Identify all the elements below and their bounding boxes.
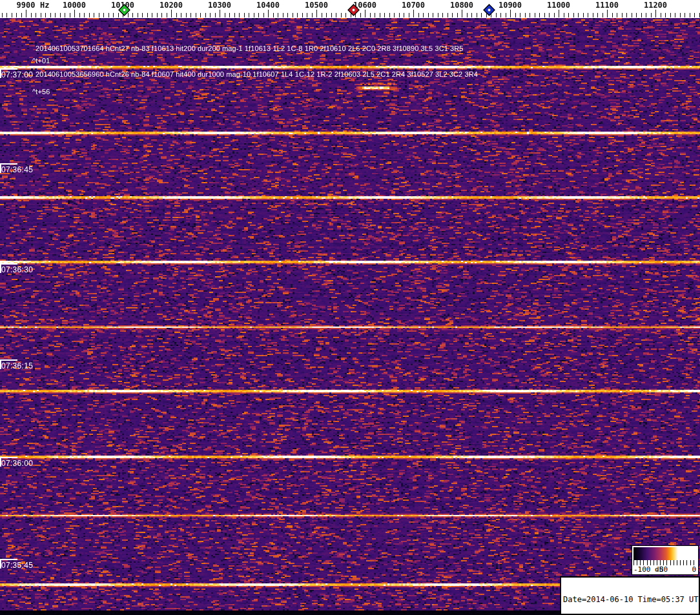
time-axis-tick [1,457,17,458]
detection-annotation-text: 20140610053656960 hCnt26 nb-84 f10607 hi… [36,70,478,78]
frequency-marker-diamond-green-icon[interactable] [118,4,130,16]
time-label: 07:36:30 [1,265,33,274]
time-label: 07:36:15 [1,361,33,370]
frequency-tick-label: 10500 [305,1,328,10]
colorbar-label-max: 0 [692,565,696,574]
detection-annotation-text: ^t+56 [32,88,50,96]
frequency-unit-label: Hz [40,1,49,10]
frequency-tick-label: 9900 [17,1,36,10]
detection-annotation-text: 20140610053701664 hCnt27 nb-83 f10613 hi… [36,45,464,52]
waterfall-spectrogram-canvas[interactable] [0,0,700,615]
time-label: 07:36:00 [1,459,33,468]
frequency-tick-label: 10300 [208,1,231,10]
spectrogram-app-window: 9900100001010010200103001040010500106001… [0,0,700,615]
detection-annotation-text: ^t+01 [32,57,50,65]
frequency-tick-label: 10800 [450,1,473,10]
colorbar-ticks [633,560,697,565]
colorbar-gradient [633,547,697,560]
observation-info-box: Date=2014-06-10 Time=05:37 UTC Freq=143 … [560,576,700,615]
frequency-tick-label: 10900 [499,1,522,10]
frequency-marker-diamond-red-icon[interactable] [347,4,360,16]
time-axis-tick [1,359,17,361]
frequency-tick-label: 10200 [160,1,183,10]
time-label: 07:36:45 [1,165,33,174]
frequency-tick-label: 11000 [547,1,570,10]
time-axis-tick [1,559,17,560]
frequency-marker-diamond-blue-icon[interactable] [483,4,495,16]
frequency-tick-label: 11100 [595,1,619,10]
colorbar-label-mid: -50 [655,565,668,574]
time-label: 07:35:45 [1,561,33,570]
time-label: 07:37:00 [1,70,33,79]
frequency-tick-label: 11200 [644,1,667,10]
db-colorbar-legend: -100 dB -50 0 [632,545,699,575]
frequency-tick-label: 10400 [256,1,280,10]
time-axis-tick [1,263,17,265]
time-axis-tick [1,68,17,70]
time-axis-tick [1,163,17,165]
frequency-tick-label: 10700 [402,1,425,10]
info-date-time: Date=2014-06-10 Time=05:37 UTC [563,596,697,605]
frequency-tick-label: 10000 [63,1,86,10]
